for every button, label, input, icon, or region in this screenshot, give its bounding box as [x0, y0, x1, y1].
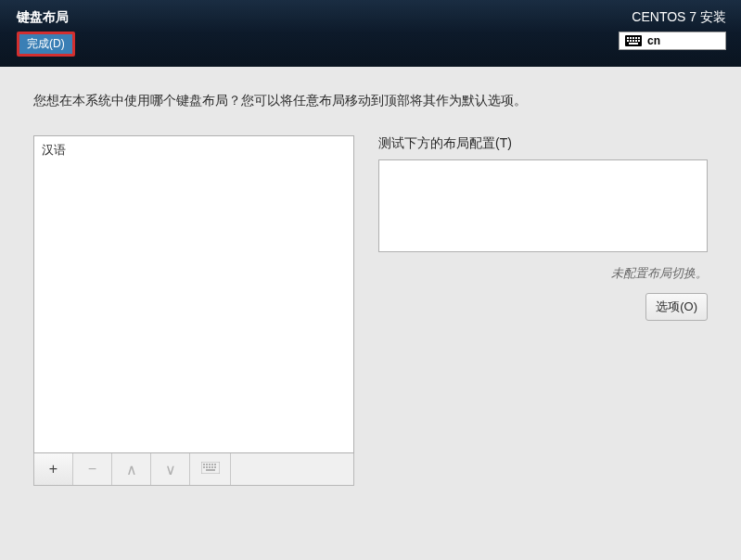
svg-rect-7 [630, 40, 632, 42]
done-button[interactable]: 完成(D) [17, 32, 75, 57]
svg-rect-6 [627, 40, 629, 42]
svg-rect-15 [209, 464, 211, 465]
product-title: CENTOS 7 安装 [632, 7, 726, 26]
remove-button[interactable]: − [73, 453, 112, 485]
svg-rect-3 [632, 37, 634, 39]
test-input[interactable] [378, 159, 708, 252]
svg-rect-19 [206, 466, 208, 468]
svg-rect-14 [206, 464, 208, 465]
svg-rect-8 [632, 40, 634, 42]
list-item[interactable]: 汉语 [42, 142, 346, 159]
svg-rect-16 [211, 464, 213, 465]
svg-rect-21 [211, 466, 213, 468]
options-button[interactable]: 选项(O) [645, 293, 708, 321]
add-button[interactable]: + [34, 453, 73, 485]
svg-rect-11 [629, 43, 638, 45]
svg-rect-10 [638, 40, 640, 42]
svg-rect-22 [214, 466, 216, 468]
keyboard-icon [201, 461, 220, 477]
svg-rect-2 [630, 37, 632, 39]
move-down-button[interactable]: ∨ [151, 453, 190, 485]
move-up-button[interactable]: ∧ [112, 453, 151, 485]
test-label: 测试下方的布局配置(T) [378, 135, 708, 152]
layout-list[interactable]: 汉语 [33, 135, 354, 453]
locale-text: cn [647, 34, 660, 47]
status-text: 未配置布局切换。 [378, 265, 708, 282]
instruction-text: 您想在本系统中使用哪个键盘布局？您可以将任意布局移动到顶部将其作为默认选项。 [33, 93, 708, 109]
layout-toolbar: + − ∧ ∨ [33, 453, 354, 486]
svg-rect-1 [627, 37, 629, 39]
svg-rect-13 [203, 464, 205, 465]
page-title: 键盘布局 [17, 7, 75, 26]
locale-indicator[interactable]: cn [619, 32, 726, 50]
svg-rect-20 [209, 466, 211, 468]
show-keyboard-button[interactable] [190, 453, 231, 485]
svg-rect-18 [203, 466, 205, 468]
svg-rect-17 [214, 464, 216, 465]
svg-rect-23 [206, 469, 215, 471]
keyboard-icon [625, 35, 642, 46]
svg-rect-5 [638, 37, 640, 39]
svg-rect-4 [635, 37, 637, 39]
svg-rect-9 [635, 40, 637, 42]
